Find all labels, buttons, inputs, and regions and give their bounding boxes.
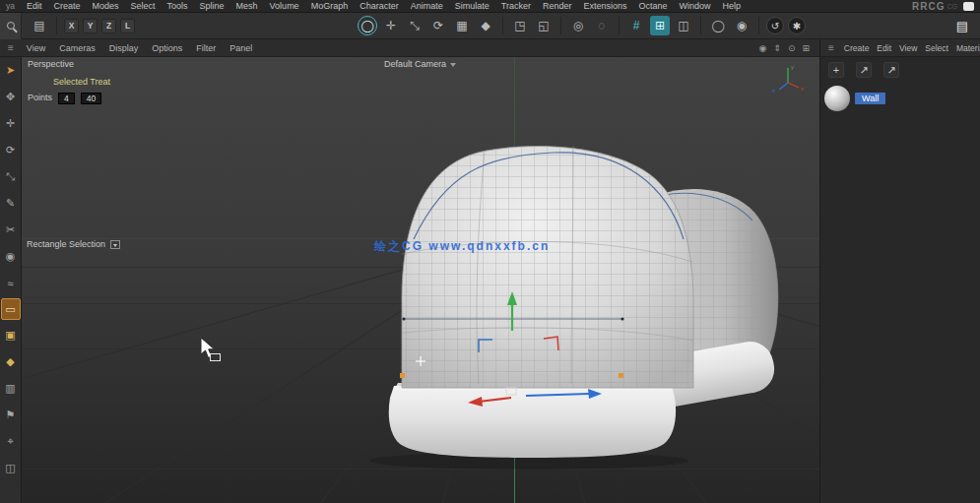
plane-icon[interactable]: ◫ [0, 455, 22, 481]
axis-z-button[interactable]: Z [101, 19, 116, 33]
history-icon[interactable]: ↺ [766, 17, 784, 34]
menu-mesh[interactable]: Mesh [230, 1, 264, 11]
axis-x-button[interactable]: X [64, 19, 79, 33]
axis-z-label: z [772, 88, 775, 94]
scale-tool-icon[interactable]: ⤡ [0, 163, 22, 190]
menu-render[interactable]: Render [537, 1, 578, 11]
pen-tool-icon[interactable]: ✎ [0, 190, 22, 217]
viewport-menu-icon[interactable]: ≡ [0, 42, 20, 53]
menu-spline[interactable]: Spline [194, 1, 230, 11]
rpmenu-select[interactable]: Select [921, 43, 952, 53]
vpmenu-view[interactable]: View [20, 43, 52, 53]
axis-y-label: y [791, 64, 794, 70]
menu-create[interactable]: Create [48, 1, 87, 11]
vpmenu-options[interactable]: Options [145, 43, 189, 53]
rectangle-select-icon[interactable]: ▭ [1, 298, 21, 320]
move-tool-icon[interactable]: ✛ [0, 110, 22, 137]
tool-options-icon[interactable] [110, 240, 120, 249]
material-preview-sphere[interactable] [824, 86, 850, 111]
magnet-tool-icon[interactable]: ◉ [0, 243, 22, 270]
orbit-icon[interactable]: ⊙ [788, 43, 796, 53]
view-mode-label[interactable]: Perspective [28, 59, 74, 69]
render-settings-icon[interactable]: ◱ [534, 16, 554, 35]
render-view-icon[interactable]: ◳ [510, 16, 530, 35]
material-manager-menu-icon[interactable]: ≡ [820, 42, 840, 53]
material-list-item[interactable]: Wall [820, 83, 980, 114]
menu-simulate[interactable]: Simulate [449, 1, 495, 11]
grid-icon[interactable]: # [626, 16, 646, 35]
menu-select[interactable]: Select [125, 1, 162, 11]
vpmenu-display[interactable]: Display [102, 43, 146, 53]
menu-animate[interactable]: Animate [405, 1, 449, 11]
share-icon[interactable]: ↗ [883, 62, 899, 78]
viewport-3d[interactable]: Perspective Default Camera Selected Trea… [22, 57, 819, 503]
material-manager-panel: + ↗ ↗ Wall [819, 57, 980, 503]
menu-help[interactable]: Help [717, 1, 748, 11]
workplane-icon[interactable]: ◫ [674, 16, 693, 35]
brush-tool-icon[interactable]: ≈ [0, 270, 22, 296]
add-icon[interactable]: + [828, 62, 844, 78]
maximize-icon[interactable]: ⊞ [802, 43, 810, 53]
camera-icon[interactable]: ◎ [568, 16, 588, 35]
axis-y-button[interactable]: Y [83, 19, 98, 33]
flag-icon[interactable]: ⚑ [0, 402, 22, 428]
main-toolbar: ▤ X Y Z L ◯ ✛ ⤡ ⟳ ▦ ◆ ◳ ◱ ◎ ◌ # ⊞ ◫ ◯ ◉ … [0, 13, 980, 39]
cylinder-icon[interactable]: ▥ [0, 375, 22, 402]
target-icon[interactable]: ◉ [732, 16, 751, 35]
rpmenu-view[interactable]: View [895, 43, 921, 53]
menu-edit[interactable]: Edit [21, 1, 48, 11]
camera-move-icon[interactable]: ◉ [759, 43, 767, 53]
active-tool-label[interactable]: Rectangle Selection [27, 239, 120, 249]
menu-octane[interactable]: Octane [632, 1, 673, 11]
rpmenu-material[interactable]: Material [952, 43, 980, 53]
move-tool-icon[interactable]: ✛ [381, 16, 401, 35]
menu-character[interactable]: Character [354, 1, 405, 11]
menu-tools[interactable]: Tools [162, 1, 194, 11]
menu-mograph[interactable]: MoGraph [305, 1, 355, 11]
vpmenu-cameras[interactable]: Cameras [52, 43, 102, 53]
light-icon[interactable]: ◌ [592, 16, 612, 35]
model-dome[interactable] [402, 146, 693, 388]
vpmenu-filter[interactable]: Filter [189, 43, 223, 53]
material-manager-menu-bar: ≡ Create Edit View Select Material [819, 39, 980, 57]
window-controls-icon[interactable] [963, 2, 974, 11]
camera-label[interactable]: Default Camera [384, 59, 456, 69]
application-window: ya Edit Create Modes Select Tools Spline… [0, 0, 980, 503]
material-manager-toolbar: + ↗ ↗ [820, 57, 980, 83]
pyramid-icon[interactable]: ◆ [0, 348, 22, 375]
rpmenu-create[interactable]: Create [840, 43, 874, 53]
selection-cursor-box [210, 353, 221, 361]
material-name[interactable]: Wall [855, 93, 885, 104]
menu-extensions[interactable]: Extensions [577, 1, 632, 11]
raise-icon[interactable]: ↗ [856, 62, 872, 78]
snap-icon[interactable]: ⊞ [650, 16, 670, 35]
coord-system-button[interactable]: L [120, 19, 135, 33]
pan-icon[interactable]: ⇕ [773, 43, 781, 53]
menu-tracker[interactable]: Tracker [495, 1, 537, 11]
ring-icon[interactable]: ◯ [708, 16, 728, 35]
layers-icon[interactable]: ▤ [952, 16, 972, 35]
menu-modes[interactable]: Modes [87, 1, 125, 11]
rotate-tool-icon[interactable]: ⟳ [428, 16, 448, 35]
menu-bar: ya Edit Create Modes Select Tools Spline… [0, 0, 980, 13]
nav-tool-icon[interactable]: ✥ [0, 84, 22, 110]
model-scene [22, 57, 819, 503]
knife-tool-icon[interactable]: ✂ [0, 217, 22, 243]
settings-icon[interactable]: ✱ [788, 17, 806, 34]
save-icon[interactable]: ▤ [30, 16, 49, 35]
rpmenu-edit[interactable]: Edit [873, 43, 895, 53]
menu-window[interactable]: Window [674, 1, 717, 11]
model-mode-icon[interactable]: ▦ [452, 16, 472, 35]
live-selection-icon[interactable]: ◯ [358, 16, 377, 35]
object-mode-icon[interactable]: ◆ [476, 16, 495, 35]
scale-tool-icon[interactable]: ⤡ [405, 16, 425, 35]
search-icon[interactable] [0, 13, 22, 39]
brand-logo: RRCG [912, 1, 945, 12]
pointer-tool-icon[interactable]: ➤ [0, 57, 22, 84]
menu-volume[interactable]: Volume [264, 1, 305, 11]
cube-icon[interactable]: ▣ [0, 322, 22, 348]
viewport-menu-bar: ≡ View Cameras Display Options Filter Pa… [0, 39, 980, 57]
rotate-tool-icon[interactable]: ⟳ [0, 137, 22, 163]
axis-icon[interactable]: ⌖ [0, 428, 22, 455]
vpmenu-panel[interactable]: Panel [223, 43, 259, 53]
